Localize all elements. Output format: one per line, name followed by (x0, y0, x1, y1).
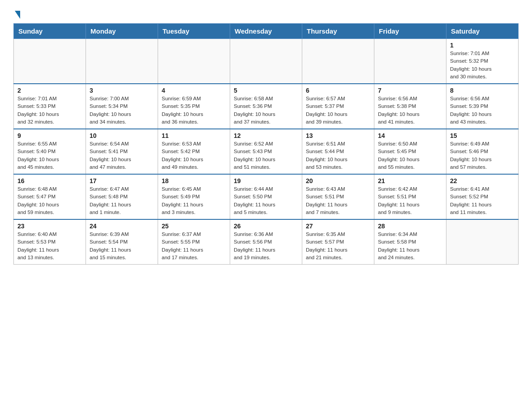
calendar-cell: 24Sunrise: 6:39 AM Sunset: 5:54 PM Dayli… (86, 219, 158, 265)
day-info: Sunrise: 6:34 AM Sunset: 5:58 PM Dayligh… (378, 231, 442, 261)
day-info: Sunrise: 7:01 AM Sunset: 5:32 PM Dayligh… (450, 50, 515, 81)
day-info: Sunrise: 6:44 AM Sunset: 5:50 PM Dayligh… (234, 185, 298, 216)
day-number: 6 (306, 87, 370, 94)
weekday-header-monday: Monday (86, 24, 158, 39)
calendar-cell: 16Sunrise: 6:48 AM Sunset: 5:47 PM Dayli… (14, 174, 86, 219)
calendar-week-row: 9Sunrise: 6:55 AM Sunset: 5:40 PM Daylig… (14, 129, 519, 174)
day-number: 13 (306, 132, 370, 139)
day-number: 19 (234, 177, 298, 184)
day-number: 2 (17, 87, 82, 94)
day-number: 23 (17, 223, 82, 230)
day-info: Sunrise: 7:01 AM Sunset: 5:33 PM Dayligh… (17, 95, 82, 126)
day-number: 22 (450, 177, 515, 184)
calendar-cell: 26Sunrise: 6:36 AM Sunset: 5:56 PM Dayli… (230, 219, 302, 265)
calendar-cell (14, 39, 86, 84)
day-info: Sunrise: 6:43 AM Sunset: 5:51 PM Dayligh… (306, 185, 370, 216)
calendar-cell (230, 39, 302, 84)
day-number: 25 (162, 223, 226, 230)
day-info: Sunrise: 6:50 AM Sunset: 5:45 PM Dayligh… (378, 140, 442, 171)
calendar-cell: 11Sunrise: 6:53 AM Sunset: 5:42 PM Dayli… (158, 129, 230, 174)
weekday-header-wednesday: Wednesday (230, 24, 302, 39)
calendar-cell: 7Sunrise: 6:56 AM Sunset: 5:38 PM Daylig… (374, 84, 446, 129)
calendar-cell: 22Sunrise: 6:41 AM Sunset: 5:52 PM Dayli… (446, 174, 519, 219)
day-info: Sunrise: 6:42 AM Sunset: 5:51 PM Dayligh… (378, 185, 442, 216)
calendar-cell (158, 39, 230, 84)
day-number: 14 (378, 132, 442, 139)
day-number: 4 (162, 87, 226, 94)
calendar-week-row: 23Sunrise: 6:40 AM Sunset: 5:53 PM Dayli… (14, 219, 519, 265)
calendar-cell: 6Sunrise: 6:57 AM Sunset: 5:37 PM Daylig… (302, 84, 374, 129)
weekday-header-row: SundayMondayTuesdayWednesdayThursdayFrid… (14, 24, 519, 39)
day-number: 11 (162, 132, 226, 139)
day-info: Sunrise: 6:53 AM Sunset: 5:42 PM Dayligh… (162, 140, 226, 171)
day-number: 10 (90, 132, 154, 139)
weekday-header-saturday: Saturday (446, 24, 519, 39)
day-info: Sunrise: 6:52 AM Sunset: 5:43 PM Dayligh… (234, 140, 298, 171)
day-info: Sunrise: 6:35 AM Sunset: 5:57 PM Dayligh… (306, 231, 370, 261)
day-info: Sunrise: 6:39 AM Sunset: 5:54 PM Dayligh… (90, 231, 154, 261)
logo-arrow-icon (15, 11, 20, 19)
calendar-cell: 18Sunrise: 6:45 AM Sunset: 5:49 PM Dayli… (158, 174, 230, 219)
day-number: 24 (90, 223, 154, 230)
weekday-header-tuesday: Tuesday (158, 24, 230, 39)
day-info: Sunrise: 6:45 AM Sunset: 5:49 PM Dayligh… (162, 185, 226, 216)
calendar-cell: 25Sunrise: 6:37 AM Sunset: 5:55 PM Dayli… (158, 219, 230, 265)
day-info: Sunrise: 6:47 AM Sunset: 5:48 PM Dayligh… (90, 185, 154, 216)
calendar-cell (86, 39, 158, 84)
calendar-cell (446, 219, 519, 265)
day-number: 3 (90, 87, 154, 94)
day-number: 18 (162, 177, 226, 184)
calendar-cell: 1Sunrise: 7:01 AM Sunset: 5:32 PM Daylig… (446, 39, 519, 84)
day-number: 26 (234, 223, 298, 230)
day-info: Sunrise: 6:36 AM Sunset: 5:56 PM Dayligh… (234, 231, 298, 261)
day-number: 20 (306, 177, 370, 184)
day-number: 7 (378, 87, 442, 94)
calendar-table: SundayMondayTuesdayWednesdayThursdayFrid… (13, 23, 519, 265)
weekday-header-friday: Friday (374, 24, 446, 39)
calendar-cell: 8Sunrise: 6:56 AM Sunset: 5:39 PM Daylig… (446, 84, 519, 129)
calendar-cell: 5Sunrise: 6:58 AM Sunset: 5:36 PM Daylig… (230, 84, 302, 129)
day-info: Sunrise: 6:55 AM Sunset: 5:40 PM Dayligh… (17, 140, 82, 171)
calendar-cell: 28Sunrise: 6:34 AM Sunset: 5:58 PM Dayli… (374, 219, 446, 265)
day-number: 5 (234, 87, 298, 94)
day-info: Sunrise: 6:48 AM Sunset: 5:47 PM Dayligh… (17, 185, 82, 216)
calendar-cell: 12Sunrise: 6:52 AM Sunset: 5:43 PM Dayli… (230, 129, 302, 174)
day-info: Sunrise: 6:37 AM Sunset: 5:55 PM Dayligh… (162, 231, 226, 261)
calendar-cell: 19Sunrise: 6:44 AM Sunset: 5:50 PM Dayli… (230, 174, 302, 219)
weekday-header-thursday: Thursday (302, 24, 374, 39)
calendar-cell (302, 39, 374, 84)
day-number: 16 (17, 177, 82, 184)
calendar-cell: 15Sunrise: 6:49 AM Sunset: 5:46 PM Dayli… (446, 129, 519, 174)
calendar-cell: 14Sunrise: 6:50 AM Sunset: 5:45 PM Dayli… (374, 129, 446, 174)
day-info: Sunrise: 6:51 AM Sunset: 5:44 PM Dayligh… (306, 140, 370, 171)
day-info: Sunrise: 6:56 AM Sunset: 5:38 PM Dayligh… (378, 95, 442, 126)
day-number: 12 (234, 132, 298, 139)
day-info: Sunrise: 7:00 AM Sunset: 5:34 PM Dayligh… (90, 95, 154, 126)
calendar-cell: 10Sunrise: 6:54 AM Sunset: 5:41 PM Dayli… (86, 129, 158, 174)
day-info: Sunrise: 6:57 AM Sunset: 5:37 PM Dayligh… (306, 95, 370, 126)
logo (13, 9, 20, 19)
day-number: 28 (378, 223, 442, 230)
day-info: Sunrise: 6:41 AM Sunset: 5:52 PM Dayligh… (450, 185, 515, 216)
weekday-header-sunday: Sunday (14, 24, 86, 39)
calendar-cell: 27Sunrise: 6:35 AM Sunset: 5:57 PM Dayli… (302, 219, 374, 265)
day-info: Sunrise: 6:56 AM Sunset: 5:39 PM Dayligh… (450, 95, 515, 126)
day-number: 27 (306, 223, 370, 230)
calendar-week-row: 1Sunrise: 7:01 AM Sunset: 5:32 PM Daylig… (14, 39, 519, 84)
day-info: Sunrise: 6:40 AM Sunset: 5:53 PM Dayligh… (17, 231, 82, 261)
calendar-cell: 2Sunrise: 7:01 AM Sunset: 5:33 PM Daylig… (14, 84, 86, 129)
page-header (13, 9, 519, 19)
calendar-week-row: 16Sunrise: 6:48 AM Sunset: 5:47 PM Dayli… (14, 174, 519, 219)
calendar-week-row: 2Sunrise: 7:01 AM Sunset: 5:33 PM Daylig… (14, 84, 519, 129)
day-info: Sunrise: 6:58 AM Sunset: 5:36 PM Dayligh… (234, 95, 298, 126)
calendar-cell: 20Sunrise: 6:43 AM Sunset: 5:51 PM Dayli… (302, 174, 374, 219)
day-number: 1 (450, 42, 515, 49)
calendar-cell (374, 39, 446, 84)
day-number: 21 (378, 177, 442, 184)
calendar-cell: 17Sunrise: 6:47 AM Sunset: 5:48 PM Dayli… (86, 174, 158, 219)
day-info: Sunrise: 6:49 AM Sunset: 5:46 PM Dayligh… (450, 140, 515, 171)
calendar-cell: 13Sunrise: 6:51 AM Sunset: 5:44 PM Dayli… (302, 129, 374, 174)
calendar-cell: 23Sunrise: 6:40 AM Sunset: 5:53 PM Dayli… (14, 219, 86, 265)
calendar-cell: 9Sunrise: 6:55 AM Sunset: 5:40 PM Daylig… (14, 129, 86, 174)
calendar-cell: 21Sunrise: 6:42 AM Sunset: 5:51 PM Dayli… (374, 174, 446, 219)
